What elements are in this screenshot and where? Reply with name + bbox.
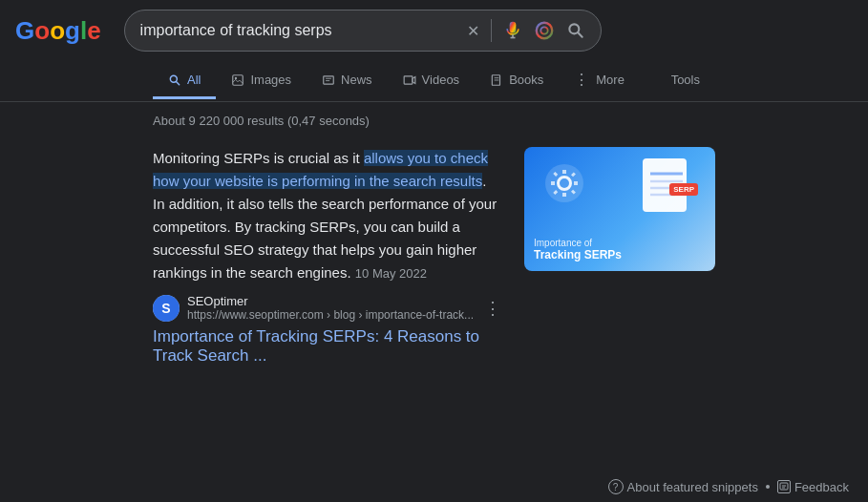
- nav-bar: All Images News Videos Books ⋮: [0, 61, 868, 102]
- result-link[interactable]: Importance of Tracking SERPs: 4 Reasons …: [153, 327, 501, 366]
- books-nav-icon: [490, 73, 503, 87]
- svg-line-5: [578, 32, 582, 37]
- feedback-icon: [777, 480, 791, 493]
- nav-item-all[interactable]: All: [153, 63, 216, 99]
- nav-images-label: Images: [250, 73, 291, 87]
- footer: ? About featured snippets Feedback: [0, 471, 868, 502]
- about-snippets-label: About featured snippets: [627, 480, 758, 494]
- search-button[interactable]: [566, 21, 585, 40]
- thumb-main-title: Tracking SERPs: [534, 248, 622, 261]
- nav-item-videos[interactable]: Videos: [388, 63, 476, 99]
- svg-point-2: [536, 23, 552, 39]
- svg-point-9: [235, 76, 237, 78]
- nav-all-label: All: [187, 73, 201, 87]
- nav-item-images[interactable]: Images: [216, 63, 307, 99]
- svg-rect-10: [324, 75, 334, 83]
- snippet-date: 10 May 2022: [355, 266, 427, 281]
- clear-button[interactable]: [467, 22, 479, 40]
- footer-separator: [766, 485, 770, 489]
- more-dots-icon: ⋮: [574, 71, 590, 89]
- nav-books-label: Books: [509, 73, 543, 87]
- seoptimer-icon: S: [153, 295, 180, 322]
- source-name: SEOptimer: [187, 294, 476, 308]
- header: Google importance of tracking serps: [0, 0, 868, 61]
- nav-news-label: News: [341, 73, 372, 87]
- nav-item-news[interactable]: News: [307, 63, 388, 99]
- google-logo: Google: [15, 16, 109, 46]
- search-icons: [467, 19, 585, 42]
- feedback-item[interactable]: Feedback: [777, 480, 849, 494]
- image-nav-icon: [231, 73, 244, 87]
- nav-item-more[interactable]: ⋮ More: [559, 61, 640, 101]
- video-nav-icon: [403, 73, 416, 87]
- thumb-small-title: Importance of: [534, 238, 592, 248]
- search-input[interactable]: importance of tracking serps: [140, 22, 459, 39]
- nav-more-label: More: [596, 73, 625, 87]
- source-info: SEOptimer https://www.seoptimer.com › bl…: [187, 294, 476, 322]
- source-row: S SEOptimer https://www.seoptimer.com › …: [153, 294, 501, 322]
- svg-rect-13: [404, 75, 413, 83]
- source-options-button[interactable]: ⋮: [484, 298, 501, 319]
- search-bar: importance of tracking serps: [124, 10, 602, 52]
- svg-rect-8: [233, 74, 243, 85]
- news-nav-icon: [322, 73, 335, 87]
- source-url: https://www.seoptimer.com › blog › impor…: [187, 308, 476, 322]
- nav-videos-label: Videos: [422, 73, 460, 87]
- info-icon: ?: [608, 479, 624, 494]
- svg-point-3: [540, 27, 547, 33]
- tools-button[interactable]: Tools: [656, 63, 715, 99]
- feedback-label: Feedback: [794, 480, 849, 494]
- voice-search-button[interactable]: [503, 21, 522, 40]
- results-stats: About 9 220 000 results (0,47 seconds): [0, 106, 868, 136]
- divider: [491, 19, 492, 42]
- site-icon: S: [153, 295, 180, 322]
- svg-line-7: [176, 81, 179, 84]
- svg-text:S: S: [161, 301, 170, 316]
- thumbnail-text: Importance of Tracking SERPs: [524, 147, 715, 271]
- about-snippets-item[interactable]: ? About featured snippets: [608, 479, 758, 494]
- search-nav-icon: [168, 73, 181, 87]
- main-content: Monitoring SERPs is crucial as it allows…: [0, 136, 868, 377]
- snippet-normal-start: Monitoring SERPs is crucial as it: [153, 150, 364, 166]
- results-count: About 9 220 000 results (0,47 seconds): [153, 114, 370, 128]
- text-result: Monitoring SERPs is crucial as it allows…: [153, 147, 501, 366]
- nav-item-books[interactable]: Books: [475, 63, 559, 99]
- thumbnail: SERP Importance of Tracking SERPs: [524, 147, 715, 271]
- snippet-text: Monitoring SERPs is crucial as it allows…: [153, 147, 501, 284]
- visual-search-button[interactable]: [534, 20, 555, 41]
- tools-label: Tools: [671, 73, 700, 87]
